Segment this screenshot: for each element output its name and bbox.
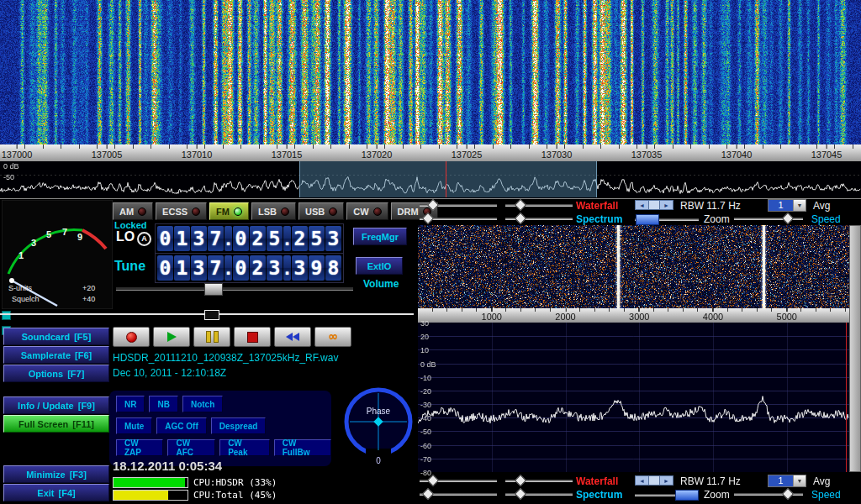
avg-dropdown[interactable]: 1 ▼ (768, 475, 806, 487)
full-screen-button[interactable]: Full Screen[F11] (3, 415, 109, 433)
dropdown-arrow-icon[interactable]: ▼ (793, 475, 806, 486)
squelch-label[interactable]: Squelch (12, 295, 40, 303)
frequency-digit[interactable]: 3 (325, 226, 341, 251)
dsp-agc-off-button[interactable]: AGC Off (156, 417, 206, 434)
slider-handle[interactable] (422, 488, 434, 500)
lo-lock-badge[interactable]: A (137, 232, 151, 246)
frequency-digit[interactable]: 2 (250, 255, 266, 281)
frequency-digit[interactable]: 1 (174, 255, 190, 281)
zoom-slider[interactable] (635, 218, 699, 221)
frequency-digit[interactable]: 5 (309, 226, 325, 251)
exit-button[interactable]: Exit[F4] (3, 484, 109, 501)
samplerate-button[interactable]: Samplerate[F6] (3, 346, 109, 364)
frequency-digit[interactable]: 3 (267, 255, 283, 281)
mode-button-cw[interactable]: CW (346, 202, 388, 220)
info-update-button[interactable]: Info / Update[F9] (3, 396, 109, 414)
frequency-digit[interactable]: 5 (267, 226, 283, 251)
mode-button-lsb[interactable]: LSB (251, 202, 296, 220)
digit-separator[interactable]: . (224, 255, 232, 281)
mode-button-am[interactable]: AM (113, 202, 153, 220)
speed-slider[interactable] (734, 218, 803, 220)
volume-slider-handle[interactable] (204, 283, 223, 296)
play-button[interactable] (153, 327, 190, 347)
speed-slider[interactable] (734, 493, 803, 496)
pause-button[interactable] (193, 327, 230, 347)
shift-left-arrow[interactable]: ◄ (636, 201, 648, 209)
frequency-digit[interactable]: 0 (233, 255, 249, 281)
frequency-digit[interactable]: 3 (191, 226, 207, 251)
passband-highlight[interactable] (299, 161, 597, 197)
rf-frequency-scale[interactable]: 1370001370051370101370151370201370251370… (0, 144, 861, 162)
mode-button-usb[interactable]: USB (298, 202, 344, 220)
volume-slider[interactable] (116, 283, 353, 294)
frequency-digit[interactable]: 7 (208, 255, 224, 281)
waterfall-brightness-slider[interactable] (420, 480, 497, 482)
frequency-digit[interactable]: 0 (157, 255, 173, 281)
frequency-digit[interactable]: 9 (309, 255, 325, 281)
dsp-notch-button[interactable]: Notch (182, 396, 223, 412)
dsp-nr-button[interactable]: NR (116, 396, 145, 412)
rf-waterfall-display[interactable] (0, 0, 861, 144)
zoom-slider-handle[interactable] (636, 214, 659, 225)
frequency-digit[interactable]: 3 (292, 255, 308, 281)
shift-left-arrow[interactable]: ◄ (636, 476, 648, 485)
lo-frequency-display[interactable]: 0137.025.253 (155, 223, 344, 254)
shift-thumb[interactable] (648, 476, 660, 485)
waterfall-brightness-slider[interactable] (420, 204, 497, 207)
slider-handle[interactable] (515, 488, 526, 500)
slider-handle[interactable] (782, 488, 794, 500)
frequency-digit[interactable]: 8 (325, 255, 341, 281)
mode-button-ecss[interactable]: ECSS (156, 202, 207, 220)
slider-handle[interactable] (427, 475, 439, 486)
spectrum-offset-slider[interactable] (505, 493, 573, 496)
frequency-digit[interactable]: 3 (191, 255, 207, 281)
record-button[interactable] (113, 327, 150, 347)
rf-overview-spectrum[interactable]: 0 dB -50 (0, 161, 861, 199)
frequency-digit[interactable]: 0 (233, 226, 249, 251)
shift-thumb[interactable] (648, 201, 660, 209)
af-waterfall-display[interactable] (418, 225, 849, 308)
dsp-mute-button[interactable]: Mute (116, 417, 152, 434)
waterfall-label[interactable]: Waterfall (576, 200, 618, 212)
waterfall-contrast-slider[interactable] (505, 480, 573, 482)
shift-spinner[interactable]: ◄ ► (635, 200, 673, 210)
tune-frequency-display[interactable]: 0137.023.398 (155, 253, 344, 283)
frequency-digit[interactable]: 0 (157, 226, 173, 251)
frequency-digit[interactable]: 7 (208, 226, 224, 251)
waterfall-label[interactable]: Waterfall (576, 475, 618, 487)
dsp-nb-button[interactable]: NB (149, 396, 177, 412)
spectrum-offset-slider[interactable] (505, 218, 573, 220)
frequency-digit[interactable]: 2 (250, 226, 266, 251)
spectrum-range-slider[interactable] (420, 493, 497, 496)
dropdown-arrow-icon[interactable]: ▼ (793, 200, 806, 211)
frequency-digit[interactable]: 2 (292, 226, 308, 251)
extio-button[interactable]: ExtIO (356, 257, 403, 275)
slider-handle[interactable] (422, 213, 434, 224)
shift-right-arrow[interactable]: ► (660, 201, 673, 209)
dsp-cw-fullbw-button[interactable]: CW FullBw (274, 439, 331, 456)
shift-right-arrow[interactable]: ► (660, 476, 673, 485)
stop-button[interactable] (234, 327, 271, 347)
slider-handle[interactable] (515, 199, 526, 211)
digit-separator[interactable]: . (224, 226, 232, 251)
digit-separator[interactable]: . (283, 226, 291, 251)
avg-dropdown[interactable]: 1 ▼ (768, 199, 806, 212)
digit-separator[interactable]: . (283, 255, 291, 281)
af-panel-scrollbar[interactable] (849, 225, 861, 472)
spectrum-range-slider[interactable] (420, 218, 497, 220)
af-frequency-scale[interactable]: 10002000300040005000 (418, 308, 849, 323)
waterfall-contrast-slider[interactable] (505, 204, 573, 207)
tuning-bar[interactable] (0, 309, 414, 319)
slider-handle[interactable] (515, 213, 526, 224)
slider-handle[interactable] (515, 475, 526, 486)
zoom-slider-handle[interactable] (675, 490, 699, 501)
dsp-despread-button[interactable]: Despread (211, 417, 267, 434)
dsp-cw-peak-button[interactable]: CW Peak (219, 439, 270, 456)
freqmgr-button[interactable]: FreqMgr (353, 228, 407, 245)
phase-indicator[interactable]: Phase 0 (340, 382, 417, 466)
mode-button-fm[interactable]: FM (209, 202, 249, 220)
spectrum-label[interactable]: Spectrum (576, 489, 622, 501)
dsp-cw-zap-button[interactable]: CW ZAP (116, 439, 163, 456)
minimize-button[interactable]: Minimize[F3] (3, 465, 109, 483)
spectrum-label[interactable]: Spectrum (576, 213, 622, 225)
